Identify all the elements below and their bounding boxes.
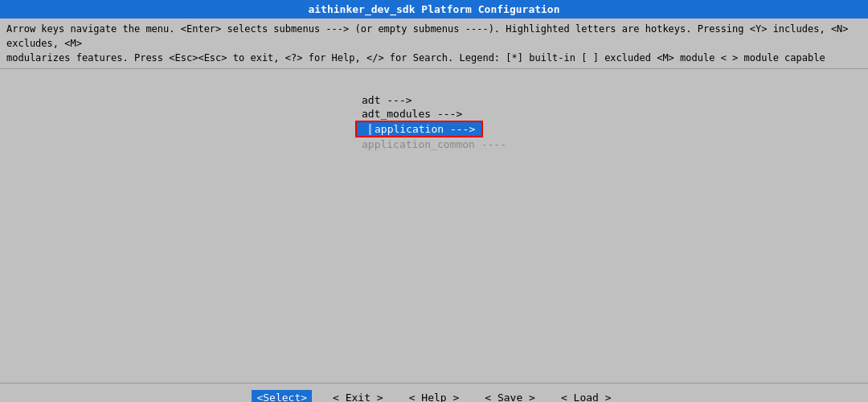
bottom-btn-select[interactable]: <Select> bbox=[252, 390, 312, 402]
title-text: aithinker_dev_sdk Platform Configuration bbox=[308, 3, 559, 15]
menu-item[interactable]: adt ---> bbox=[355, 93, 419, 107]
menu-item[interactable]: adt_modules ---> bbox=[355, 107, 469, 121]
menu-container: adt --->adt_modules --->application --->… bbox=[355, 93, 513, 151]
bottom-btn-load[interactable]: < Load > bbox=[556, 390, 616, 402]
bottom-btn-help[interactable]: < Help > bbox=[404, 390, 465, 402]
info-line-1: Arrow keys navigate the menu. <Enter> se… bbox=[6, 22, 862, 51]
bottom-btn-exit[interactable]: < Exit > bbox=[328, 390, 388, 402]
bottom-bar: <Select>< Exit >< Help >< Save >< Load > bbox=[0, 383, 868, 402]
menu-item-selected[interactable]: application ---> bbox=[355, 121, 483, 137]
bottom-btn-save[interactable]: < Save > bbox=[480, 390, 540, 402]
info-bar: Arrow keys navigate the menu. <Enter> se… bbox=[0, 18, 868, 69]
menu-item-disabled: application_common ---- bbox=[355, 137, 513, 151]
title-bar: aithinker_dev_sdk Platform Configuration bbox=[0, 0, 868, 18]
selection-indicator bbox=[363, 124, 371, 135]
main-content: adt --->adt_modules --->application --->… bbox=[0, 69, 868, 383]
info-line-2: modularizes features. Press <Esc><Esc> t… bbox=[6, 51, 862, 65]
